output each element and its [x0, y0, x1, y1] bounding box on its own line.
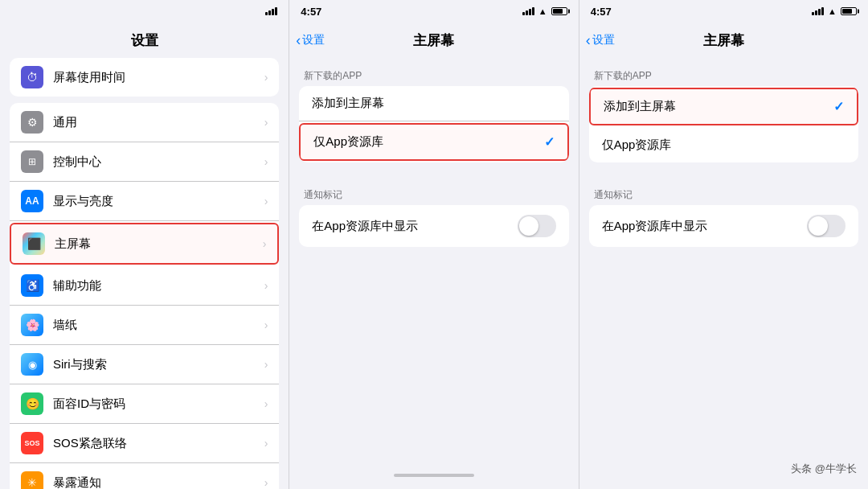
battery-icon-3 [841, 7, 857, 15]
home-indicator-2 [289, 466, 578, 489]
panel-homescreen-2: 4:57 ▲ ‹ 设置 主屏幕 新下载的APP 添加到主屏幕 [289, 0, 579, 489]
watermark: 头条 @牛学长 [791, 462, 857, 476]
status-bar-2: 4:57 ▲ [289, 0, 578, 23]
chevron-icon: › [264, 195, 268, 208]
notification-label-2: 在App资源库中显示 [312, 219, 517, 234]
signal-icon-3 [812, 7, 824, 15]
nav-bar-2: ‹ 设置 主屏幕 [289, 23, 578, 58]
settings-row-accessibility[interactable]: ♿ 辅助功能 › [10, 266, 279, 306]
download-options-group-3: 添加到主屏幕 ✓ 仅App资源库 [589, 86, 858, 162]
chevron-icon: › [264, 397, 268, 410]
panel-homescreen-3: 4:57 ▲ ‹ 设置 主屏幕 新下载的APP 添加到主屏幕 ✓ [579, 0, 868, 489]
settings-group-top: ⏱ 屏幕使用时间 › [10, 58, 279, 97]
faceid-label: 面容ID与密码 [53, 397, 255, 412]
homescreen-nav-title-2: 主屏幕 [413, 31, 454, 50]
chevron-icon: › [264, 318, 268, 331]
nav-bar-3: ‹ 设置 主屏幕 [579, 23, 868, 58]
notification-group-3: 在App资源库中显示 [589, 205, 858, 247]
status-bar-3: 4:57 ▲ [579, 0, 868, 23]
time-3: 4:57 [591, 6, 612, 18]
status-icons-1 [265, 7, 277, 15]
chevron-icon: › [264, 155, 268, 168]
settings-title: 设置 [131, 31, 158, 50]
siri-label: Siri与搜索 [53, 357, 255, 372]
status-icons-2: ▲ [522, 6, 567, 16]
wallpaper-icon: 🌸 [21, 314, 43, 336]
option-add-label-3: 添加到主屏幕 [604, 99, 833, 114]
wifi-icon-2: ▲ [538, 6, 547, 16]
settings-row-siri[interactable]: ◉ Siri与搜索 › [10, 345, 279, 384]
notification-row-3[interactable]: 在App资源库中显示 [589, 205, 858, 247]
status-bar-1 [0, 0, 289, 23]
checkmark-3: ✓ [833, 99, 844, 114]
checkmark-2: ✓ [544, 134, 555, 150]
display-label: 显示与亮度 [53, 194, 255, 209]
signal-icon [265, 7, 277, 15]
settings-row-general[interactable]: ⚙ 通用 › [10, 103, 279, 142]
option-library-label-3: 仅App资源库 [602, 138, 845, 153]
back-label-3: 设置 [592, 33, 615, 47]
settings-group-mid: ⚙ 通用 › ⊞ 控制中心 › AA 显示与亮度 › ⬛ 主屏幕 › [10, 103, 279, 489]
settings-row-sos[interactable]: SOS SOS紧急联络 › [10, 424, 279, 463]
settings-row-control[interactable]: ⊞ 控制中心 › [10, 142, 279, 182]
section-label-2a: 新下载的APP [289, 58, 578, 86]
wifi-icon-3: ▲ [828, 6, 837, 16]
option-add-homescreen-3[interactable]: 添加到主屏幕 ✓ [589, 88, 858, 125]
section-label-3b: 通知标记 [579, 177, 868, 205]
chevron-icon: › [264, 116, 268, 129]
exposure-icon: ✳ [21, 471, 43, 489]
chevron-icon: › [263, 237, 267, 250]
general-icon: ⚙ [21, 111, 43, 134]
battery-icon-2 [551, 7, 567, 15]
chevron-icon: › [264, 358, 268, 371]
wallpaper-label: 墙纸 [53, 318, 255, 333]
chevron-icon: › [264, 279, 268, 292]
accessibility-label: 辅助功能 [53, 278, 255, 294]
option-add-homescreen-2[interactable]: 添加到主屏幕 [299, 86, 568, 121]
homescreen-content-2: 新下载的APP 添加到主屏幕 仅App资源库 ✓ 通知标记 在App资源库中显示 [289, 58, 578, 466]
settings-row-display[interactable]: AA 显示与亮度 › [10, 182, 279, 221]
download-options-group-2: 添加到主屏幕 仅App资源库 ✓ [299, 86, 568, 162]
chevron-icon: › [264, 476, 268, 489]
exposure-label: 暴露通知 [53, 475, 255, 490]
section-label-2b: 通知标记 [289, 177, 578, 205]
option-app-library-3[interactable]: 仅App资源库 [589, 127, 858, 162]
general-label: 通用 [53, 115, 255, 130]
back-button-2[interactable]: ‹ 设置 [296, 33, 325, 47]
sos-icon: SOS [21, 432, 43, 454]
settings-row-screentime[interactable]: ⏱ 屏幕使用时间 › [10, 58, 279, 97]
homescreen-icon: ⬛ [23, 232, 45, 255]
homescreen-label: 主屏幕 [55, 236, 253, 252]
panel-settings: 设置 ⏱ 屏幕使用时间 › ⚙ 通用 › ⊞ 控制中心 › AA [0, 0, 289, 489]
nav-bar-1: 设置 [0, 23, 289, 58]
chevron-icon: › [264, 437, 268, 450]
option-app-library-2[interactable]: 仅App资源库 ✓ [299, 123, 568, 161]
settings-row-exposure[interactable]: ✳ 暴露通知 › [10, 463, 279, 489]
accessibility-icon: ♿ [21, 274, 43, 297]
option-add-label-2: 添加到主屏幕 [312, 96, 555, 111]
chevron-icon: › [264, 71, 268, 84]
notification-row-2[interactable]: 在App资源库中显示 [299, 205, 568, 247]
homescreen-nav-title-3: 主屏幕 [703, 31, 744, 50]
sos-label: SOS紧急联络 [53, 436, 255, 451]
notification-toggle-3[interactable] [807, 215, 845, 237]
settings-row-faceid[interactable]: 😊 面容ID与密码 › [10, 384, 279, 424]
signal-icon-2 [522, 7, 534, 15]
back-label-2: 设置 [302, 33, 325, 47]
settings-row-homescreen[interactable]: ⬛ 主屏幕 › [10, 223, 279, 265]
back-chevron-2: ‹ [296, 33, 301, 47]
option-library-label-2: 仅App资源库 [313, 134, 543, 150]
time-2: 4:57 [301, 6, 321, 18]
notification-toggle-2[interactable] [518, 215, 556, 237]
faceid-icon: 😊 [21, 392, 43, 415]
settings-row-wallpaper[interactable]: 🌸 墙纸 › [10, 306, 279, 345]
screentime-label: 屏幕使用时间 [53, 70, 255, 85]
notification-group-2: 在App资源库中显示 [299, 205, 568, 247]
screentime-icon: ⏱ [21, 66, 43, 88]
control-icon: ⊞ [21, 150, 43, 173]
homescreen-content-3: 新下载的APP 添加到主屏幕 ✓ 仅App资源库 通知标记 在App资源库中显示 [579, 58, 868, 489]
settings-list: ⏱ 屏幕使用时间 › ⚙ 通用 › ⊞ 控制中心 › AA 显示与亮度 › [0, 58, 289, 489]
back-button-3[interactable]: ‹ 设置 [586, 33, 615, 47]
notification-label-3: 在App资源库中显示 [602, 219, 807, 234]
control-label: 控制中心 [53, 154, 255, 170]
